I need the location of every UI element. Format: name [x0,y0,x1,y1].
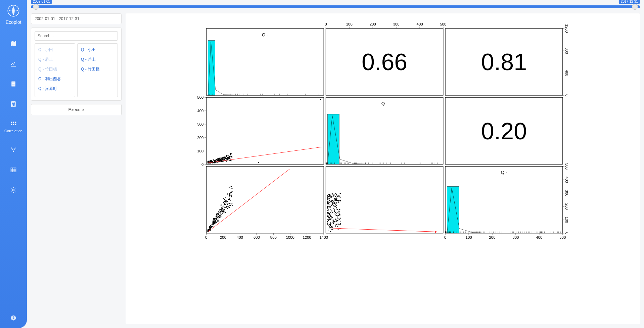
nav-item-network[interactable]: Network [0,144,27,155]
svg-text:1200: 1200 [565,24,569,33]
list-item[interactable]: Q - 小田 [78,45,118,55]
sidebar-info[interactable] [10,315,16,322]
date-range-input[interactable]: 2002-01-01 - 2017-12-31 [31,13,122,24]
svg-point-1010 [335,219,336,220]
selected-list[interactable]: Q - 小田Q - 若土Q - 竹田橋 [77,43,118,97]
svg-point-687 [225,212,226,213]
svg-point-846 [327,203,328,204]
svg-point-927 [334,202,335,203]
svg-text:1200: 1200 [303,235,311,239]
nav-item-table[interactable]: Table [0,165,27,175]
svg-point-920 [340,221,341,222]
svg-text:500: 500 [197,95,203,99]
nav-item-map[interactable]: Map [0,38,27,49]
svg-point-511 [258,162,259,163]
network-icon [10,146,17,153]
svg-point-971 [329,225,330,226]
document-icon [10,81,17,87]
timeline-handle-end[interactable] [632,4,638,10]
list-item[interactable]: Q - 若土 [35,55,75,64]
svg-point-808 [336,205,337,206]
list-item[interactable]: Q - 竹田橋 [35,64,75,74]
svg-rect-12 [15,122,16,123]
svg-rect-2 [12,83,15,83]
available-list[interactable]: Q - 小田Q - 若土Q - 竹田橋Q - 羽出西谷Q - 河原町 [35,43,75,97]
svg-point-985 [328,230,329,231]
svg-point-772 [229,194,230,195]
svg-point-956 [328,198,329,199]
svg-text:0: 0 [444,235,446,239]
svg-point-1009 [327,212,328,213]
svg-point-972 [329,214,330,215]
svg-point-852 [334,210,335,211]
svg-point-958 [329,194,330,195]
svg-point-947 [329,206,330,207]
svg-point-718 [217,220,218,221]
svg-point-963 [339,219,340,220]
nav-item-timeseries[interactable]: Chart [0,58,27,69]
svg-point-951 [327,224,328,225]
svg-point-968 [339,196,340,197]
svg-point-421 [229,157,230,158]
svg-point-880 [333,205,334,206]
svg-point-740 [208,229,209,230]
list-item[interactable]: Q - 羽出西谷 [35,74,75,84]
svg-point-590 [229,205,230,206]
svg-text:Q -: Q - [381,101,388,106]
list-item[interactable]: Q - 若土 [78,55,118,64]
svg-point-537 [225,197,226,198]
svg-rect-10 [11,122,12,123]
svg-point-926 [340,218,341,219]
svg-point-644 [216,215,217,216]
svg-point-544 [229,193,230,194]
svg-point-667 [222,213,223,214]
svg-point-790 [328,204,329,205]
svg-point-577 [226,201,227,202]
search-input[interactable] [35,31,118,41]
svg-point-980 [327,199,328,200]
svg-point-916 [328,194,329,195]
svg-point-704 [226,200,227,201]
svg-point-977 [335,226,336,227]
nav-item-correlation[interactable]: Correlation [0,119,27,135]
svg-point-707 [231,188,232,189]
chart-area: Q -Q -Q -0.660.810.200100200300400500020… [126,13,640,324]
svg-point-791 [335,206,336,207]
svg-point-757 [222,208,223,209]
svg-point-485 [218,161,219,162]
svg-rect-11 [13,122,14,123]
list-item[interactable]: Q - 河原町 [35,84,75,94]
svg-point-508 [218,160,219,161]
svg-rect-22 [13,318,14,319]
list-item[interactable]: Q - 小田 [35,45,75,55]
timeline-handle-start[interactable] [33,4,39,10]
svg-point-656 [221,216,222,217]
nav-item-calc[interactable]: Calc [0,99,27,109]
svg-point-643 [224,203,225,204]
timeline-track[interactable]: 2002-01-01 2017-12-31 [31,5,640,8]
svg-point-760 [224,201,225,202]
svg-point-467 [215,161,216,162]
svg-point-480 [222,161,223,162]
svg-point-302 [230,158,231,159]
nav-item-settings[interactable]: Settings [0,185,27,195]
svg-text:100: 100 [466,235,472,239]
svg-point-741 [227,208,228,209]
svg-point-992 [334,200,335,201]
timeline-slider[interactable]: 2002-01-01 2017-12-31 [27,0,644,13]
svg-point-410 [217,159,218,160]
nav-item-report[interactable]: Report [0,79,27,89]
svg-point-1023 [336,207,337,208]
svg-point-1027 [333,220,334,221]
svg-point-8 [12,105,13,106]
svg-point-1022 [332,229,333,230]
svg-point-648 [212,225,213,226]
svg-point-448 [228,156,229,157]
svg-point-934 [334,214,335,215]
svg-point-696 [218,217,219,218]
calculator-icon [10,101,17,107]
svg-text:200: 200 [370,22,376,26]
svg-point-994 [339,209,340,210]
execute-button[interactable]: Execute [31,104,122,115]
list-item[interactable]: Q - 竹田橋 [78,64,118,74]
